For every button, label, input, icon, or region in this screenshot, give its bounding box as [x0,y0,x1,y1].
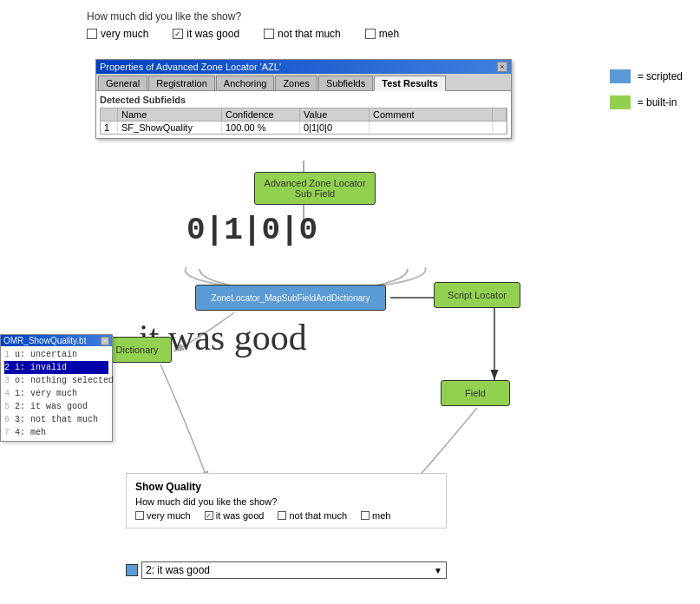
cell-comment [370,121,493,134]
azl-subfield-box: Advanced Zone LocatorSub Field [254,172,376,205]
tab-subfields[interactable]: Subfields [318,76,373,90]
bottom-option-very-much: very much [135,510,191,521]
subfields-label: Detected Subfields [100,95,507,105]
bottom-checkbox-not-that-much[interactable] [278,511,286,520]
table-header: Name Confidence Value Comment [101,108,507,121]
tab-test-results[interactable]: Test Results [374,76,446,91]
option-meh: meh [365,28,399,40]
tab-anchoring[interactable]: Anchoring [216,76,275,90]
omr-content: 1 u: uncertain 2 i: invalid 3 o: nothing… [1,346,112,441]
barcode-text: 0|1|0|0 [186,213,317,248]
header-scroll [493,108,507,121]
omr-line-1: 1 u: uncertain [4,348,108,361]
legend-scripted: = scripted [610,69,683,83]
bottom-checkbox-it-was-good[interactable]: ✓ [205,511,213,520]
omr-line-3: 3 o: nothing selected [4,374,108,387]
window-title: Properties of Advanced Zone Locator 'AZL… [100,62,281,72]
cell-value: 0|1|0|0 [300,121,370,134]
bottom-option-not-that-much: not that much [278,510,347,521]
tab-registration[interactable]: Registration [148,76,215,90]
properties-window: Properties of Advanced Zone Locator 'AZL… [95,59,512,139]
zone-locator-box: ZoneLocator_MapSubFieldAndDictionary [195,285,386,311]
omr-title: OMR_ShowQuality.bt [3,336,86,345]
dropdown-row: 2: it was good ▼ [126,561,447,579]
omr-line-4: 4 1: very much [4,387,108,400]
dropdown-value: 2: it was good [146,564,210,576]
bottom-checkbox-very-much[interactable] [135,511,144,520]
azl-subfield-label: Advanced Zone LocatorSub Field [265,178,366,199]
omr-titlebar: OMR_ShowQuality.bt × [1,335,112,346]
top-survey: How much did you like the show? very muc… [87,10,399,40]
tab-zones[interactable]: Zones [275,76,317,90]
option-not-that-much: not that much [264,28,341,40]
bottom-option-it-was-good: ✓ it was good [205,510,265,521]
window-close-button[interactable]: × [497,62,507,72]
dropdown-arrow-icon: ▼ [434,566,442,575]
script-locator-box: Script Locator [434,282,520,308]
header-value: Value [300,108,370,121]
omr-line-6: 6 3: not that much [4,413,108,426]
subfields-table: Name Confidence Value Comment 1 SF_ShowQ… [100,108,507,135]
bottom-checkbox-meh[interactable] [361,511,370,520]
legend: = scripted = built-in [610,69,683,121]
tab-general[interactable]: General [98,76,147,90]
window-tabs: General Registration Anchoring Zones Sub… [96,74,511,91]
bottom-option-meh: meh [361,510,390,521]
omr-line-7: 7 4: meh [4,426,108,439]
legend-builtin: = built-in [610,95,683,109]
omr-window: OMR_ShowQuality.bt × 1 u: uncertain 2 i:… [0,334,113,442]
zone-locator-label: ZoneLocator_MapSubFieldAndDictionary [212,293,370,303]
dictionary-label: Dictionary [116,345,159,355]
checkbox-not-that-much[interactable] [264,29,274,39]
omr-line-2: 2 i: invalid [4,361,108,374]
dictionary-box: Dictionary [102,337,172,363]
dropdown-icon [126,564,138,576]
field-label: Field [465,388,486,398]
field-box: Field [441,380,510,406]
checkbox-it-was-good[interactable]: ✓ [173,29,183,39]
builtin-label: = built-in [638,96,677,108]
cell-confidence: 100.00 % [222,121,300,134]
cell-scroll [493,121,507,134]
header-comment: Comment [370,108,493,121]
scripted-label: = scripted [638,70,683,82]
cell-name: SF_ShowQuality [118,121,222,134]
header-index [101,108,118,121]
cell-index: 1 [101,121,118,134]
script-locator-label: Script Locator [448,290,507,300]
option-very-much: very much [87,28,148,40]
scripted-color-box [610,69,631,83]
survey-question: How much did you like the show? [87,10,399,23]
omr-line-5: 5 2: it was good [4,400,108,413]
header-confidence: Confidence [222,108,300,121]
table-row: 1 SF_ShowQuality 100.00 % 0|1|0|0 [101,121,507,134]
checkbox-very-much[interactable] [87,29,97,39]
dropdown-select[interactable]: 2: it was good ▼ [141,561,447,579]
window-content: Detected Subfields Name Confidence Value… [96,91,511,138]
window-titlebar: Properties of Advanced Zone Locator 'AZL… [96,60,511,74]
bottom-survey-question: How much did you like the show? [135,496,437,507]
header-name: Name [118,108,222,121]
builtin-color-box [610,95,631,109]
bottom-survey-title: Show Quality [135,481,437,493]
omr-close-button[interactable]: × [101,337,109,345]
checkbox-meh[interactable] [365,29,376,39]
bottom-survey-options: very much ✓ it was good not that much me… [135,510,437,521]
survey-options: very much ✓ it was good not that much me… [87,28,399,40]
bottom-survey: Show Quality How much did you like the s… [126,473,447,528]
option-it-was-good: ✓ it was good [173,28,239,40]
